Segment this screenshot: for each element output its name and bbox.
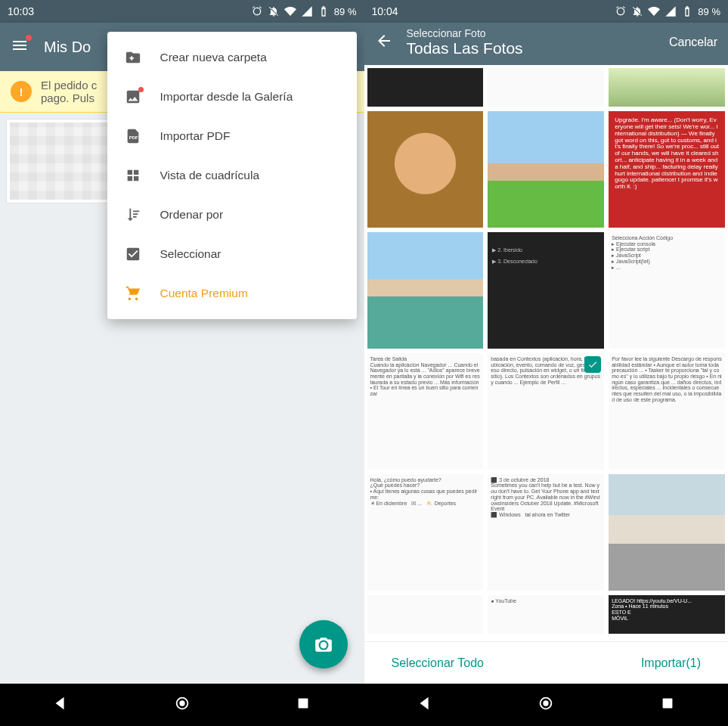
- photo-thumb[interactable]: Por favor lee la siguiente Descargo de r…: [609, 353, 725, 470]
- menu-button[interactable]: [11, 36, 29, 57]
- menu-item-premium[interactable]: Cuenta Premium: [107, 274, 357, 313]
- menu-label: Importar PDF: [160, 129, 231, 143]
- grid-icon: [124, 167, 142, 184]
- appbar-titles: Seleccionar Foto Todas Las Fotos: [407, 27, 655, 57]
- warning-icon: !: [11, 81, 32, 102]
- folder-plus-icon: [124, 49, 142, 66]
- notification-dot-icon: [26, 35, 32, 41]
- battery-text: 89 %: [334, 6, 357, 17]
- app-bar: Seleccionar Foto Todas Las Fotos Cancela…: [364, 23, 729, 65]
- status-time: 10:04: [372, 5, 398, 17]
- status-bar: 10:03 89 %: [0, 0, 364, 23]
- menu-item-import-gallery[interactable]: Importar desde la Galería: [107, 77, 357, 116]
- left-screen: 10:03 89 % Mis Do ! El pedido c pago. Pu…: [0, 0, 364, 726]
- svg-point-2: [179, 700, 184, 706]
- nav-recent-button[interactable]: [295, 695, 311, 715]
- nav-home-button[interactable]: [537, 695, 554, 715]
- photo-thumb[interactable]: [609, 68, 725, 107]
- menu-item-import-pdf[interactable]: PDF Importar PDF: [107, 116, 357, 156]
- menu-label: Crear nueva carpeta: [160, 51, 267, 64]
- photo-thumb[interactable]: [367, 595, 484, 634]
- menu-item-sort[interactable]: Ordenar por: [107, 195, 357, 234]
- photo-thumb[interactable]: ● YouTube: [488, 595, 604, 634]
- pdf-icon: PDF: [124, 128, 142, 144]
- alarm-icon: [615, 5, 627, 17]
- signal-icon: [301, 5, 313, 17]
- nav-back-button[interactable]: [52, 695, 69, 715]
- wifi-icon: [284, 5, 296, 17]
- menu-label: Importar desde la Galería: [160, 90, 293, 104]
- svg-rect-3: [299, 699, 308, 709]
- menu-label: Cuenta Premium: [160, 287, 248, 300]
- checkbox-icon: [124, 246, 142, 262]
- warning-text: El pedido c pago. Puls: [41, 79, 97, 104]
- status-bar: 10:04 89 %: [364, 0, 729, 23]
- photo-thumb[interactable]: Hola, ¿cómo puedo ayudarte?¿Qué puedes h…: [367, 474, 484, 591]
- document-thumbnail[interactable]: [6, 119, 119, 203]
- photo-thumb[interactable]: Tarea de SalidaCuando la aplicación Nave…: [367, 353, 484, 470]
- menu-label: Ordenar por: [160, 208, 224, 222]
- battery-icon: [681, 5, 693, 17]
- page-title: Mis Do: [44, 39, 91, 56]
- photo-thumb[interactable]: [488, 68, 604, 107]
- cart-icon: [124, 285, 142, 302]
- bottom-action-bar: Seleccionar Todo Importar(1): [364, 641, 729, 684]
- cancel-button[interactable]: Cancelar: [669, 36, 717, 49]
- battery-icon: [318, 5, 330, 17]
- overflow-menu: Crear nueva carpeta Importar desde la Ga…: [107, 32, 357, 319]
- svg-point-5: [544, 700, 549, 706]
- svg-text:PDF: PDF: [129, 135, 138, 140]
- gallery-icon: [124, 88, 142, 105]
- photo-thumb[interactable]: [367, 232, 484, 349]
- nav-bar: [0, 684, 364, 726]
- back-button[interactable]: [375, 32, 393, 53]
- photo-grid-wrap: Upgrade. I'm aware... (Don't worry, Ever…: [364, 65, 729, 634]
- import-button[interactable]: Importar(1): [641, 656, 701, 670]
- appbar-supertitle: Seleccionar Foto: [407, 27, 655, 39]
- nav-back-button[interactable]: [417, 695, 433, 715]
- sort-icon: [124, 206, 142, 223]
- right-screen: 10:04 89 % Seleccionar Foto Todas Las Fo…: [364, 0, 729, 726]
- status-time: 10:03: [8, 5, 34, 17]
- selected-check-icon: [584, 356, 601, 373]
- camera-icon: [314, 634, 333, 654]
- nav-recent-button[interactable]: [659, 695, 676, 715]
- photo-grid: Upgrade. I'm aware... (Don't worry, Ever…: [364, 65, 729, 634]
- nav-home-button[interactable]: [174, 695, 191, 715]
- battery-text: 89 %: [698, 6, 720, 17]
- svg-rect-6: [662, 699, 672, 709]
- appbar-title: Todas Las Fotos: [407, 39, 655, 57]
- photo-thumb[interactable]: LEGADO! https://youtu.be/VU-U...Zona • H…: [609, 595, 725, 634]
- status-right: 89 %: [251, 5, 357, 17]
- notification-dot-icon: [138, 87, 144, 92]
- menu-item-new-folder[interactable]: Crear nueva carpeta: [107, 38, 357, 77]
- photo-thumb[interactable]: [367, 68, 484, 107]
- camera-fab[interactable]: [299, 620, 348, 669]
- photo-thumb[interactable]: Selecciona Acción Código▸ Ejecutar conso…: [609, 232, 725, 349]
- alarm-icon: [251, 5, 263, 17]
- photo-thumb[interactable]: [367, 111, 484, 228]
- photo-thumb[interactable]: [488, 111, 604, 228]
- photo-thumb[interactable]: Upgrade. I'm aware... (Don't worry, Ever…: [609, 111, 725, 228]
- wifi-icon: [648, 5, 660, 17]
- select-all-button[interactable]: Seleccionar Todo: [392, 656, 484, 670]
- photo-thumb[interactable]: basada en Contextos (aplicación, hora, f…: [488, 353, 604, 470]
- menu-label: Vista de cuadrícula: [160, 169, 260, 182]
- photo-thumb[interactable]: ▶ 2. Ibersido▶ 3. Desconectado: [488, 232, 604, 349]
- dnd-icon: [268, 5, 280, 17]
- menu-label: Seleccionar: [160, 247, 221, 261]
- menu-item-grid-view[interactable]: Vista de cuadrícula: [107, 156, 357, 195]
- menu-item-select[interactable]: Seleccionar: [107, 234, 357, 274]
- nav-bar: [364, 684, 729, 726]
- photo-thumb[interactable]: [609, 474, 725, 591]
- signal-icon: [664, 5, 677, 17]
- dnd-icon: [631, 5, 643, 17]
- photo-thumb[interactable]: ⬛ 3 de octubre de 2018Sometimes you can'…: [488, 474, 604, 591]
